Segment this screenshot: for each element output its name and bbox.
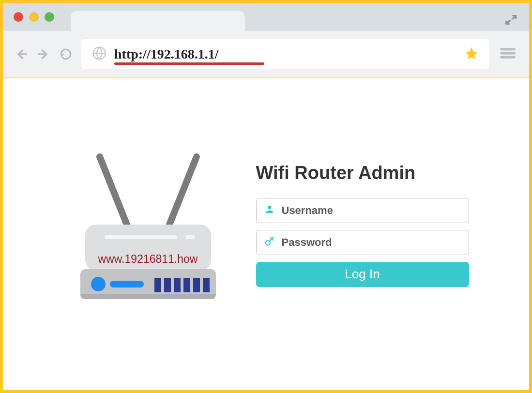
url-text: http://192.168.1.1/: [114, 46, 456, 62]
fullscreen-icon[interactable]: [505, 14, 517, 28]
url-value: http://192.168.1.1/: [114, 46, 218, 61]
page-content: www.19216811.how Wifi Router Admin Log: [3, 78, 529, 390]
login-title: Wifi Router Admin: [256, 163, 469, 183]
key-icon: [264, 236, 275, 249]
login-panel: Wifi Router Admin Log In: [256, 163, 469, 287]
minimize-window-button[interactable]: [29, 12, 39, 22]
browser-toolbar: http://192.168.1.1/: [3, 31, 529, 78]
svg-point-10: [91, 277, 106, 291]
router-icon: [63, 142, 233, 307]
svg-rect-17: [203, 278, 210, 292]
username-input[interactable]: [282, 204, 461, 217]
svg-rect-7: [105, 235, 177, 239]
close-window-button[interactable]: [14, 12, 23, 22]
back-button[interactable]: [15, 47, 28, 61]
svg-rect-14: [174, 278, 181, 292]
svg-rect-12: [154, 278, 161, 292]
hamburger-menu-icon[interactable]: [498, 44, 517, 65]
router-illustration: www.19216811.how: [63, 142, 233, 307]
username-field-wrapper[interactable]: [256, 198, 469, 223]
svg-rect-16: [193, 278, 200, 292]
tab-strip: [3, 3, 529, 31]
browser-window: http://192.168.1.1/: [3, 3, 529, 390]
router-watermark: www.19216811.how: [63, 253, 233, 266]
password-input[interactable]: [282, 236, 461, 249]
url-underline: [114, 62, 264, 65]
window-controls: [14, 12, 54, 22]
address-bar[interactable]: http://192.168.1.1/: [81, 39, 489, 69]
forward-button[interactable]: [37, 47, 50, 61]
svg-rect-13: [164, 278, 171, 292]
globe-icon: [92, 46, 106, 62]
maximize-window-button[interactable]: [45, 12, 54, 22]
svg-rect-15: [183, 278, 190, 292]
password-field-wrapper[interactable]: [256, 230, 469, 255]
svg-point-18: [268, 205, 271, 209]
svg-rect-11: [110, 281, 144, 287]
browser-tab[interactable]: [71, 11, 245, 31]
reload-button[interactable]: [59, 47, 73, 61]
outer-frame: http://192.168.1.1/: [0, 0, 532, 393]
svg-rect-8: [185, 235, 195, 239]
bookmark-star-icon[interactable]: [464, 46, 479, 62]
login-button[interactable]: Log In: [256, 262, 469, 287]
user-icon: [264, 204, 275, 217]
